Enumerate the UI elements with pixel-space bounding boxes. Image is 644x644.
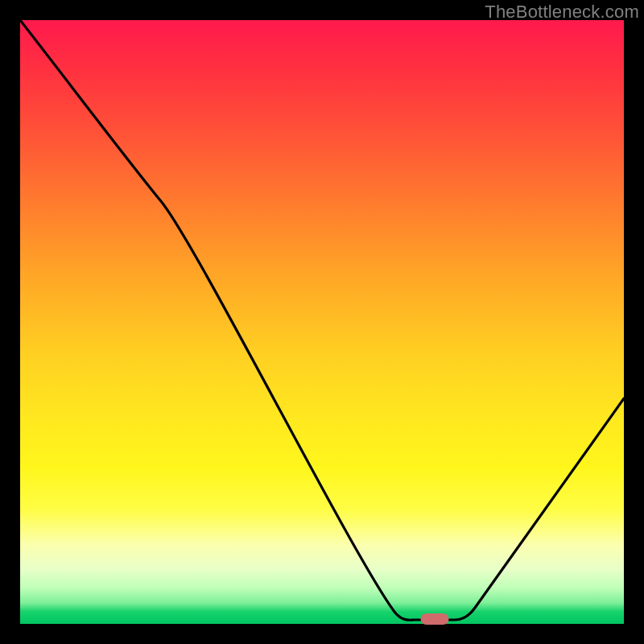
- chart-background-gradient: [20, 20, 624, 624]
- optimal-marker: [421, 613, 449, 625]
- watermark-text: TheBottleneck.com: [485, 2, 639, 23]
- chart-frame: [20, 20, 624, 624]
